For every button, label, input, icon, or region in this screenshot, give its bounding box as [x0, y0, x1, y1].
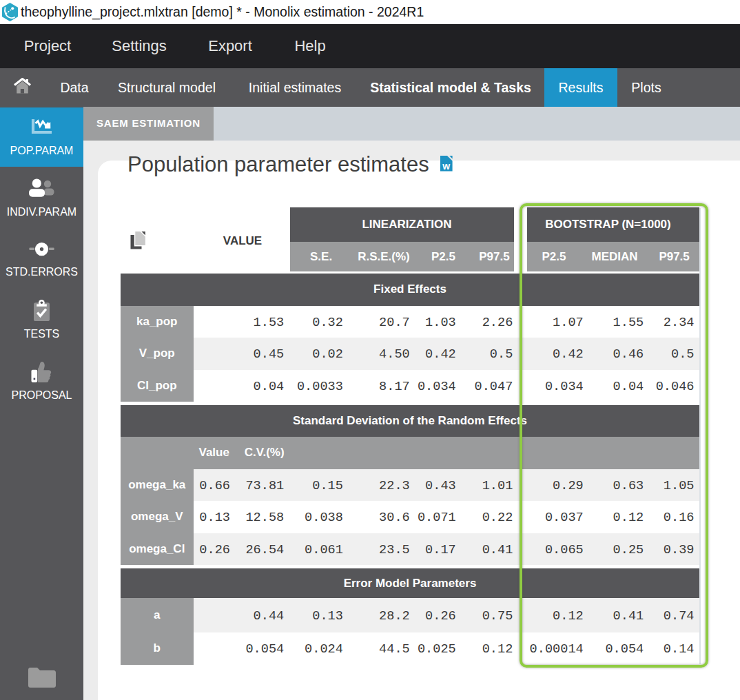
svg-text:w: w [442, 160, 450, 171]
